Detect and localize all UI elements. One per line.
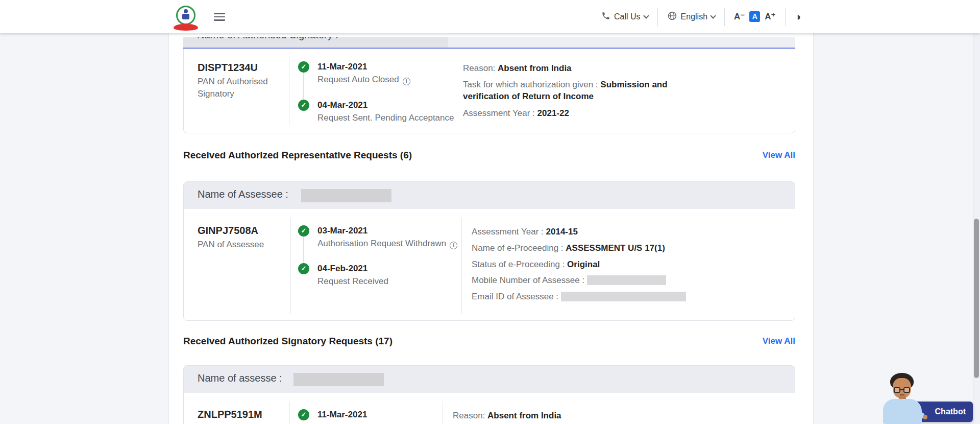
detail-value: 2014-15	[546, 227, 578, 237]
call-us-button[interactable]: Call Us	[601, 11, 648, 22]
font-size-decrease-button[interactable]: A⁻	[734, 11, 745, 22]
language-button[interactable]: English	[667, 11, 715, 23]
header-divider	[785, 8, 786, 26]
detail-label: Reason:	[463, 63, 498, 73]
detail-label: Assessment Year :	[463, 108, 537, 118]
detail-row: Assessment Year : 2021-22	[463, 107, 709, 119]
column-divider	[443, 402, 443, 424]
font-size-increase-button[interactable]: A⁺	[765, 11, 775, 22]
redacted-value	[561, 292, 686, 301]
language-label: English	[681, 12, 707, 21]
check-circle-icon: ✓	[298, 225, 309, 237]
timeline-date: 11-Mar-2021	[317, 410, 367, 420]
section-heading-row: Received Authorized Representative Reque…	[183, 149, 795, 162]
detail-row: Reason: Absent from India	[463, 62, 709, 74]
detail-value: ASSESSMENT U/S 17(1)	[566, 243, 665, 253]
font-size-default-button[interactable]: A	[749, 11, 760, 22]
timeline-connector	[303, 73, 304, 100]
detail-row: Assessment Year : 2014-15	[472, 226, 786, 238]
timeline-status-text: Authorisation Request Withdrawn	[317, 239, 446, 248]
timeline-date: 04-Mar-2021	[317, 100, 368, 110]
header-divider	[657, 8, 658, 26]
timeline-status: Request Received	[317, 276, 388, 287]
header-controls: Call Us English A⁻ A A⁺ ◑	[601, 0, 801, 33]
detail-row: Email ID of Assessee :	[472, 291, 786, 302]
detail-label: Reason:	[453, 411, 487, 420]
detail-value: 2021-22	[537, 108, 569, 118]
chevron-down-icon	[710, 13, 716, 18]
avatar-glasses	[894, 387, 900, 393]
avatar-glasses	[903, 387, 910, 393]
timeline-date: 03-Mar-2021	[317, 226, 368, 236]
section-heading-row: Received Authorized Signatory Requests (…	[183, 335, 795, 348]
assessee-name-label: Name of Assessee :	[198, 189, 288, 200]
detail-row: Status of e-Proceeding : Original	[472, 258, 786, 270]
view-all-link[interactable]: View All	[763, 336, 795, 346]
section-title: Received Authorized Representative Reque…	[183, 150, 412, 161]
logo-emblem	[184, 9, 188, 13]
contrast-toggle-icon[interactable]: ◑	[795, 11, 801, 22]
detail-label: Name of e-Proceeding :	[472, 243, 566, 253]
info-icon[interactable]: i	[403, 78, 410, 85]
request-card-representative: Name of Assessee : GINPJ7508A PAN of Ass…	[183, 181, 795, 321]
assessee-name-label: Name of assesse :	[198, 372, 282, 384]
info-icon[interactable]: i	[450, 242, 457, 249]
income-tax-dept-logo	[174, 6, 198, 32]
detail-value: Absent from India	[498, 63, 572, 73]
column-divider	[289, 56, 289, 126]
call-us-label: Call Us	[614, 12, 641, 21]
clipped-card-band: Name of Authorised Signatory :	[183, 37, 795, 48]
pan-number: GINPJ7508A	[198, 225, 258, 237]
avatar-glasses-bridge	[900, 389, 903, 390]
timeline-connector	[303, 237, 304, 264]
detail-row: Mobile Number of Assessee :	[472, 274, 786, 286]
request-card-signatory: Name of assesse : ZNLPP5191M PAN of Asse…	[183, 365, 795, 424]
pan-number: ZNLPP5191M	[198, 409, 262, 420]
column-divider	[454, 56, 454, 126]
timeline-status-text: Request Received	[317, 276, 388, 286]
detail-label: Email ID of Assessee :	[472, 292, 561, 301]
detail-label: Status of e-Proceeding :	[472, 260, 567, 269]
timeline-status: Authorisation Request Withdrawni	[317, 239, 457, 249]
chatbot-avatar[interactable]	[881, 372, 925, 424]
timeline-status: Request Sent. Pending Acceptance	[317, 113, 454, 123]
chevron-down-icon	[643, 13, 649, 18]
phone-icon	[601, 11, 610, 22]
detail-label: Task for which authorization given :	[463, 80, 600, 89]
request-card-authorised-signatory: DISPT1234U PAN of Authorised Signatory ✓…	[183, 49, 795, 133]
detail-value: Absent from India	[487, 411, 561, 420]
timeline-date: 04-Feb-2021	[317, 264, 368, 274]
check-circle-icon: ✓	[298, 61, 309, 73]
pan-label: PAN of Authorised Signatory	[198, 76, 275, 100]
assessee-name-band: Name of Assessee :	[184, 182, 795, 209]
detail-row: Reason: Absent from India	[453, 410, 779, 421]
pan-label: PAN of Assessee	[198, 239, 275, 251]
hamburger-menu-icon[interactable]	[214, 12, 226, 21]
redacted-value	[587, 275, 666, 285]
avatar-hand	[923, 415, 927, 419]
timeline-status: Request Auto Closedi	[317, 75, 410, 85]
redacted-name	[293, 373, 384, 386]
timeline-status-text: Request Auto Closed	[317, 75, 399, 84]
app-header: Call Us English A⁻ A A⁺ ◑	[0, 0, 980, 33]
view-all-link[interactable]: View All	[763, 150, 795, 160]
header-divider	[724, 8, 725, 26]
detail-value: Original	[567, 260, 600, 269]
globe-icon	[667, 11, 677, 23]
detail-label: Mobile Number of Assessee :	[472, 275, 587, 285]
timeline-date: 11-Mar-2021	[317, 62, 367, 72]
detail-row: Task for which authorization given : Sub…	[463, 79, 709, 102]
check-circle-icon: ✓	[298, 263, 309, 274]
clipped-band-text: Name of Authorised Signatory :	[197, 37, 338, 41]
section-title: Received Authorized Signatory Requests (…	[183, 336, 393, 347]
timeline-status-text: Request Sent. Pending Acceptance	[317, 113, 454, 123]
page: Call Us English A⁻ A A⁺ ◑	[0, 0, 980, 424]
main-content: Name of Authorised Signatory : DISPT1234…	[168, 33, 814, 424]
check-circle-icon: ✓	[298, 409, 309, 420]
redacted-name	[301, 189, 391, 202]
detail-label: Assessment Year :	[472, 227, 546, 237]
assessee-name-band: Name of assesse :	[184, 366, 795, 393]
check-circle-icon: ✓	[298, 100, 309, 111]
logo-emblem-base	[182, 14, 189, 19]
scrollbar-thumb[interactable]	[974, 219, 979, 378]
